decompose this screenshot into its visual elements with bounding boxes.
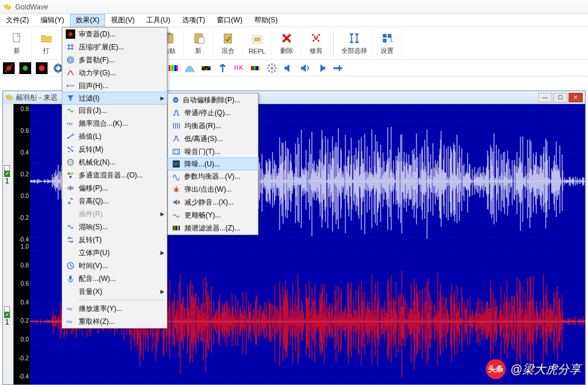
menu-file[interactable]: 文件(Z) xyxy=(0,14,35,26)
time-icon xyxy=(62,261,79,270)
toolbar-select-all-button[interactable]: 全部选择 xyxy=(336,29,372,58)
tool-curve-bell-button[interactable] xyxy=(183,62,196,75)
menu-item[interactable]: 音量(X)▶ xyxy=(62,285,167,298)
gate-icon xyxy=(168,147,184,156)
trim-icon xyxy=(309,31,323,45)
tool-stop-rec-button[interactable] xyxy=(2,62,15,75)
menu-item[interactable]: 减少静音...(X)... xyxy=(168,196,258,209)
svg-rect-83 xyxy=(174,226,175,230)
tool-seek-button[interactable] xyxy=(331,62,344,75)
svg-text:Hz: Hz xyxy=(67,121,73,126)
menu-item[interactable]: 噪音门(T)... xyxy=(168,145,258,158)
ruler-tick: -0.4 xyxy=(19,236,29,242)
menu-item[interactable]: 偏移(P)... xyxy=(62,182,167,195)
menu-item[interactable]: Hz重取样(Z)... xyxy=(62,315,167,328)
toolbar-trim-button[interactable]: 修剪 xyxy=(301,29,331,58)
channel-marker[interactable]: ✔1 xyxy=(4,165,10,185)
svg-point-24 xyxy=(23,65,28,70)
tool-wave-color-button[interactable] xyxy=(200,62,213,75)
minimize-button[interactable]: — xyxy=(538,93,552,102)
svg-rect-85 xyxy=(177,226,179,230)
menu-view[interactable]: 视图(V) xyxy=(105,14,140,26)
submenu-arrow-icon: ▶ xyxy=(160,211,164,217)
menu-item[interactable]: 回音(J)... xyxy=(62,104,167,117)
menu-item[interactable]: 多通道混音器...(O)... xyxy=(62,169,167,182)
menu-item[interactable]: 审查器(D)... xyxy=(62,28,167,41)
toolbar-settings-button[interactable]: 123设置 xyxy=(372,29,402,58)
menu-window[interactable]: 窗口(W) xyxy=(211,14,248,26)
reverse-icon xyxy=(62,235,79,245)
menu-options[interactable]: 选项(T) xyxy=(176,14,211,26)
menu-effects[interactable]: 效果(X) xyxy=(70,14,105,26)
menu-item[interactable]: 立体声(U)▶ xyxy=(62,246,167,259)
dynamics-icon xyxy=(62,68,79,78)
tool-arrow-up-button[interactable] xyxy=(216,62,229,75)
tool-hk-button[interactable]: HK xyxy=(233,62,246,75)
offset-icon xyxy=(62,183,79,193)
toolbar-folder-open-button[interactable]: 打 xyxy=(32,29,61,58)
maximize-button[interactable]: ☐ xyxy=(553,93,567,102)
svg-rect-14 xyxy=(350,42,353,43)
menu-edit[interactable]: 编辑(Y) xyxy=(35,14,70,26)
menu-item[interactable]: 时间(V)... xyxy=(62,259,167,272)
tool-vol-right-button[interactable] xyxy=(315,62,328,75)
rec-icon xyxy=(62,29,79,39)
menu-item[interactable]: 多普勒(F)... xyxy=(62,53,167,66)
toolbar-mix-button[interactable]: 混合 xyxy=(213,29,243,58)
echo-icon xyxy=(62,81,79,91)
menu-item[interactable]: Hz播放速率(Y)... xyxy=(62,302,167,315)
svg-rect-54 xyxy=(251,66,253,70)
ruler-tick: 0.8 xyxy=(21,106,29,112)
bandpass-icon xyxy=(168,108,184,118)
toolbar-repl-button[interactable]: REPL xyxy=(243,29,272,58)
menu-item[interactable]: 过滤(I)▶ xyxy=(62,92,167,105)
menu-item[interactable]: 机械化(N)... xyxy=(62,156,167,169)
toolbar-delete-button[interactable]: 删除 xyxy=(272,29,301,58)
menu-item[interactable]: 低/高通(S)... xyxy=(168,132,258,145)
tool-spectrum-button[interactable] xyxy=(167,62,180,75)
menu-item[interactable]: 降噪...(U)... xyxy=(167,158,258,170)
menu-item[interactable]: 更顺畅(Y)... xyxy=(168,209,258,222)
toolbar-paste-new-button[interactable]: 新 xyxy=(184,29,213,58)
watermark: 头条 @梁大虎分享 xyxy=(486,359,581,379)
menu-item[interactable]: 回声(H)... xyxy=(62,79,167,92)
compress-icon xyxy=(62,42,79,52)
tool-dot-green-button[interactable] xyxy=(19,62,32,75)
noise-red-icon xyxy=(168,159,184,169)
tool-burst-button[interactable] xyxy=(266,62,278,75)
tool-vol-left-button[interactable] xyxy=(282,62,295,75)
menu-help[interactable]: 帮助(S) xyxy=(248,14,284,26)
toolbar-doc-new-button[interactable]: 新 xyxy=(2,29,32,58)
ruler-tick: 0.8 xyxy=(21,262,29,268)
ruler-tick: 0.2 xyxy=(21,317,29,324)
menu-item[interactable]: 反转(M) xyxy=(62,143,167,156)
menu-item[interactable]: 压缩/扩展(E)... xyxy=(62,41,167,53)
close-button[interactable]: ✕ xyxy=(569,93,583,102)
tool-vol-blue-button[interactable] xyxy=(298,62,311,75)
auto-offset-icon xyxy=(168,95,183,105)
menu-item[interactable]: 插值(L) xyxy=(62,130,167,143)
watermark-icon: 头条 xyxy=(486,359,506,379)
menu-item[interactable]: Hz频率混合...(K)... xyxy=(62,117,167,130)
menu-item[interactable]: 弹出/点击(W)... xyxy=(168,183,258,196)
hz-icon: Hz xyxy=(62,317,79,326)
menu-item[interactable]: 均衡器(R)... xyxy=(168,119,258,132)
doc-logo-icon xyxy=(5,93,14,102)
menu-item[interactable]: 参数均衡器...(V)... xyxy=(168,170,258,183)
menu-item[interactable]: 频谱滤波器...(Z)... xyxy=(168,222,258,235)
svg-rect-11 xyxy=(254,37,260,41)
menu-item[interactable]: 带通/停止(Q)... xyxy=(168,106,258,119)
tool-rec-red-button[interactable] xyxy=(35,62,48,75)
menu-item[interactable]: 音高(Q)... xyxy=(62,195,167,207)
menu-item[interactable]: 反转(T) xyxy=(62,233,167,246)
ruler-tick: -0.2 xyxy=(19,354,29,361)
menu-item[interactable]: 自动偏移删除(P)... xyxy=(168,93,258,106)
tool-color-bar-button[interactable] xyxy=(249,62,262,75)
menu-item[interactable]: 配音...(W)... xyxy=(62,272,167,285)
channel-marker[interactable]: ✔1 xyxy=(4,306,10,326)
ruler-tick: 0.6 xyxy=(21,280,29,287)
menu-tools[interactable]: 工具(U) xyxy=(140,14,176,26)
menu-item[interactable]: 动力学(G)... xyxy=(62,66,167,79)
pitch-icon xyxy=(62,196,79,206)
menu-item[interactable]: 混响(S)... xyxy=(62,220,167,233)
